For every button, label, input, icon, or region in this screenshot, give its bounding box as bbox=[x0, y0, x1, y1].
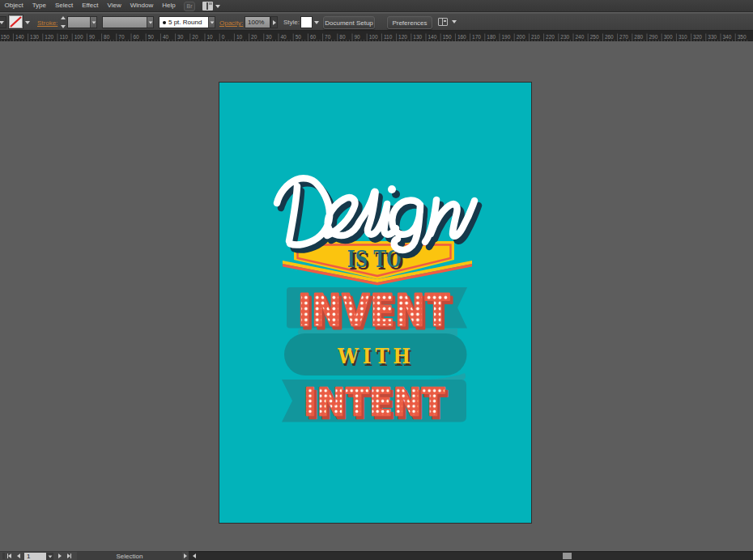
status-menu-arrow[interactable] bbox=[182, 552, 189, 560]
preferences-button[interactable]: Preferences bbox=[387, 16, 432, 29]
poster-invent bbox=[298, 285, 453, 339]
style-label: Style: bbox=[283, 19, 300, 26]
variable-width-combo[interactable] bbox=[102, 16, 154, 28]
svg-text:180: 180 bbox=[487, 34, 496, 40]
svg-text:30: 30 bbox=[177, 34, 184, 40]
svg-text:260: 260 bbox=[605, 34, 614, 40]
next-artboard-button[interactable] bbox=[58, 552, 62, 560]
opacity-combo[interactable]: 100% bbox=[245, 16, 270, 28]
artboard-number-field[interactable]: 1 bbox=[24, 553, 46, 560]
brush-definition-combo[interactable]: 5 pt. Round bbox=[159, 16, 215, 28]
svg-text:200: 200 bbox=[517, 34, 525, 40]
chevron-down-icon bbox=[210, 21, 214, 23]
svg-text:120: 120 bbox=[45, 34, 53, 40]
horizontal-ruler[interactable]: 1501401301201101009080706050403020100102… bbox=[0, 31, 753, 41]
control-bar: Stroke: 5 pt. Round Opacity: 100% Style:… bbox=[0, 13, 753, 31]
svg-text:300: 300 bbox=[664, 34, 673, 40]
chevron-right-icon bbox=[273, 20, 276, 25]
svg-text:220: 220 bbox=[546, 34, 555, 40]
artboard-dropdown[interactable] bbox=[46, 553, 53, 560]
brush-value: 5 pt. Round bbox=[168, 19, 202, 26]
stroke-label[interactable]: Stroke: bbox=[37, 19, 57, 27]
svg-text:20: 20 bbox=[251, 34, 257, 40]
stroke-weight-stepper[interactable] bbox=[59, 16, 66, 28]
menu-object[interactable]: Object bbox=[0, 0, 28, 12]
svg-text:140: 140 bbox=[428, 34, 437, 40]
artboard[interactable]: INVENT INTENT IS TO IS TO bbox=[219, 83, 531, 523]
svg-text:230: 230 bbox=[560, 34, 569, 40]
combo-dropdown-button[interactable] bbox=[147, 17, 153, 28]
chevron-down-icon bbox=[215, 5, 220, 8]
svg-text:240: 240 bbox=[576, 34, 585, 40]
opacity-dropdown-button[interactable] bbox=[270, 16, 278, 28]
style-swatch[interactable] bbox=[300, 16, 313, 28]
svg-text:0: 0 bbox=[222, 34, 225, 40]
svg-text:70: 70 bbox=[118, 34, 125, 40]
status-text: Selection bbox=[117, 553, 143, 560]
svg-text:60: 60 bbox=[310, 34, 317, 40]
chevron-down-icon bbox=[148, 21, 152, 23]
horizontal-scrollbar[interactable] bbox=[189, 551, 753, 560]
opacity-label[interactable]: Opacity: bbox=[219, 19, 243, 27]
stroke-weight-combo[interactable] bbox=[67, 16, 97, 28]
svg-text:70: 70 bbox=[325, 34, 331, 40]
none-fill-icon bbox=[10, 16, 22, 28]
scrollbar-thumb[interactable] bbox=[563, 553, 572, 559]
workspace-switcher[interactable] bbox=[202, 2, 220, 11]
chevron-down-icon bbox=[48, 555, 52, 558]
poster-with-text: WITH bbox=[337, 344, 415, 368]
menu-items: ObjectTypeSelectEffectViewWindowHelp bbox=[0, 0, 180, 12]
svg-text:80: 80 bbox=[104, 34, 110, 40]
svg-text:310: 310 bbox=[679, 34, 687, 40]
menu-type[interactable]: Type bbox=[28, 0, 50, 12]
menu-help[interactable]: Help bbox=[158, 0, 180, 12]
poster-is-to-text: IS TO bbox=[347, 247, 402, 272]
fill-dropdown-icon[interactable] bbox=[25, 21, 30, 24]
fill-none-swatch[interactable] bbox=[9, 15, 23, 28]
panel-icon bbox=[438, 18, 448, 26]
svg-text:80: 80 bbox=[339, 34, 346, 40]
control-panel-menu[interactable] bbox=[438, 18, 457, 26]
first-artboard-button[interactable] bbox=[7, 552, 11, 560]
clipped-combo[interactable] bbox=[0, 16, 6, 28]
status-divider bbox=[2, 553, 5, 559]
previous-artboard-button[interactable] bbox=[17, 552, 20, 560]
bridge-button[interactable]: Br bbox=[184, 2, 195, 11]
svg-text:100: 100 bbox=[369, 34, 378, 40]
svg-text:100: 100 bbox=[74, 34, 83, 40]
triangle-right-icon bbox=[184, 554, 187, 558]
combo-dropdown-button[interactable] bbox=[208, 17, 215, 28]
svg-text:330: 330 bbox=[708, 34, 717, 40]
menu-window[interactable]: Window bbox=[126, 0, 157, 12]
svg-text:340: 340 bbox=[723, 34, 732, 40]
brush-dot-icon bbox=[163, 21, 166, 24]
svg-text:170: 170 bbox=[472, 34, 481, 40]
menu-view[interactable]: View bbox=[103, 0, 126, 12]
menu-select[interactable]: Select bbox=[50, 0, 77, 12]
chevron-down-icon bbox=[91, 21, 96, 23]
stepper-down-icon[interactable] bbox=[61, 25, 66, 28]
scroll-left-button[interactable] bbox=[190, 552, 198, 560]
last-artboard-button[interactable] bbox=[67, 552, 71, 560]
document-setup-button[interactable]: Document Setup bbox=[323, 16, 375, 29]
status-display[interactable]: Selection bbox=[77, 552, 182, 560]
svg-text:150: 150 bbox=[1, 34, 10, 40]
stepper-up-icon[interactable] bbox=[61, 16, 66, 19]
svg-text:20: 20 bbox=[192, 34, 198, 40]
svg-text:90: 90 bbox=[355, 34, 361, 40]
style-dropdown-icon[interactable] bbox=[314, 21, 319, 24]
svg-text:30: 30 bbox=[266, 34, 272, 40]
svg-text:110: 110 bbox=[60, 34, 69, 40]
svg-text:50: 50 bbox=[148, 34, 155, 40]
svg-text:350: 350 bbox=[738, 34, 747, 40]
canvas-pasteboard[interactable]: INVENT INTENT IS TO IS TO bbox=[0, 41, 753, 551]
menu-effect[interactable]: Effect bbox=[78, 0, 103, 12]
opacity-value: 100% bbox=[245, 19, 264, 26]
combo-dropdown-button[interactable] bbox=[90, 17, 96, 28]
svg-text:130: 130 bbox=[413, 34, 422, 40]
workspace-icon bbox=[202, 2, 213, 11]
svg-text:130: 130 bbox=[30, 34, 39, 40]
svg-text:90: 90 bbox=[89, 34, 96, 40]
svg-text:60: 60 bbox=[134, 34, 140, 40]
status-bar: 1 Selection bbox=[0, 551, 753, 560]
